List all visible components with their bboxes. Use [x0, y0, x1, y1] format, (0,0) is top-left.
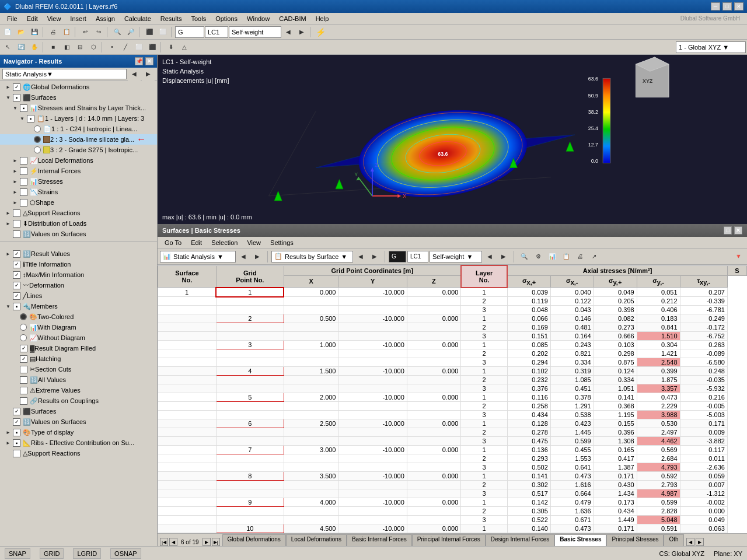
panel-maximize-btn[interactable]: □	[724, 226, 732, 235]
redo-btn[interactable]: ↪	[92, 26, 105, 38]
view3d-btn[interactable]: ⬛	[143, 26, 156, 38]
tab-scroll-left[interactable]: ◀	[686, 538, 694, 546]
cb-result-filled[interactable]	[20, 345, 27, 352]
nav-item-ribs[interactable]: ► 📐 Ribs - Effective Contribution on Su.…	[0, 438, 157, 448]
lc-type-combo[interactable]: G	[175, 26, 204, 38]
cb-ribs[interactable]	[13, 439, 20, 447]
menu-window[interactable]: Window	[242, 14, 274, 23]
coord-combo[interactable]: 1 - Global XYZ ▼	[676, 41, 746, 53]
tab-next-btn[interactable]: ▶	[203, 538, 211, 546]
cb-values-surf[interactable]	[13, 230, 20, 238]
tab-principal-stresses[interactable]: Principal Stresses	[606, 534, 664, 546]
menu-cad-bim[interactable]: CAD-BIM	[274, 14, 310, 23]
menu-options[interactable]: Options	[211, 14, 242, 23]
print2-btn[interactable]: 📋	[60, 26, 73, 38]
nav-item-result-filled[interactable]: ▓ Result Diagram Filled	[0, 343, 157, 354]
exp-result-values[interactable]: ►	[5, 250, 12, 257]
top-view[interactable]: ⊟	[74, 41, 86, 54]
panel-icon4[interactable]: 📋	[560, 250, 573, 263]
radio-l3c3[interactable]	[34, 146, 41, 153]
exp-members[interactable]: ▼	[5, 303, 12, 310]
node-btn[interactable]: •	[106, 41, 118, 54]
nav-item-extreme-values[interactable]: ⚠ Extreme Values	[0, 385, 157, 396]
render-btn[interactable]: ⬜	[156, 26, 169, 38]
panel-analysis-combo[interactable]: 📊 Static Analysis ▼	[160, 251, 236, 262]
menu-help[interactable]: Help	[311, 14, 334, 23]
nav-item-surfaces[interactable]: ▼ ⬛ Surfaces	[0, 92, 157, 103]
load-btn[interactable]: ⬇	[165, 41, 177, 54]
panel-next-btn[interactable]: ▶	[251, 250, 264, 263]
panel-icon6[interactable]: ↗	[588, 250, 601, 263]
nav-item-members[interactable]: ▼ 🔩 Members	[0, 301, 157, 312]
grid-btn[interactable]: GRID	[40, 548, 64, 559]
nav-item-surfaces2[interactable]: ⬛ Surfaces	[0, 406, 157, 416]
panel-icon5[interactable]: 🖨	[574, 250, 587, 263]
exp-dist-loads[interactable]: ►	[5, 220, 12, 227]
cb-lines[interactable]	[13, 292, 20, 300]
nav-item-global-def[interactable]: ► 🌐 Global Deformations	[0, 82, 157, 92]
new-btn[interactable]: 📄	[1, 26, 14, 38]
radio-l2c2[interactable]	[34, 136, 41, 143]
nav-next-btn[interactable]: ▶	[142, 68, 155, 80]
menu-results[interactable]: Results	[156, 14, 187, 23]
panel-menu-settings[interactable]: Settings	[266, 238, 298, 247]
exp-shape[interactable]: ►	[12, 199, 19, 206]
cb-shape[interactable]	[20, 199, 27, 206]
surf-btn[interactable]: ⬜	[132, 41, 145, 54]
front-view[interactable]: ■	[47, 41, 60, 54]
cb-stresses2[interactable]	[20, 178, 27, 186]
tab-prev-btn[interactable]: ◀	[169, 538, 177, 546]
nav-item-lines[interactable]: ╱ Lines	[0, 290, 157, 301]
cb-strains[interactable]	[20, 188, 27, 196]
radio-two-colored[interactable]	[20, 313, 27, 320]
nav-item-l3c3[interactable]: ► 3 : 2 - Grade S275 | Isotropic...	[0, 145, 157, 155]
panel-menu-edit[interactable]: Edit	[186, 238, 207, 247]
nav-item-strains[interactable]: ► 📉 Strains	[0, 187, 157, 197]
cb-support-react[interactable]	[13, 209, 20, 217]
restore-button[interactable]: □	[722, 2, 732, 10]
close-button[interactable]: ✕	[734, 2, 743, 10]
tab-local-def[interactable]: Local Deformations	[286, 534, 347, 546]
nav-item-dist-loads[interactable]: ► ⬇ Distribution of Loads	[0, 218, 157, 229]
nav-item-section-cuts[interactable]: ✂ Section Cuts	[0, 364, 157, 374]
cb-global-def[interactable]	[13, 83, 20, 91]
menu-assign[interactable]: Assign	[91, 14, 120, 23]
nav-item-maxmin[interactable]: ↕ Max/Min Information	[0, 270, 157, 280]
cb-values-on-surf[interactable]	[13, 418, 20, 426]
panel-lc-next[interactable]: ▶	[497, 250, 510, 263]
data-table-container[interactable]: SurfaceNo. GridPoint No. Grid Point Coor…	[158, 265, 747, 533]
tab-first-btn[interactable]: |◀	[160, 538, 168, 546]
expander-layer1[interactable]: ▼	[19, 115, 26, 122]
nav-item-result-values[interactable]: ► 🔢 Result Values	[0, 249, 157, 259]
nav-item-shape[interactable]: ► ⬠ Shape	[0, 197, 157, 208]
cb-title-info[interactable]	[13, 261, 20, 268]
tab-global-def[interactable]: Global Deformations	[222, 534, 286, 546]
cb-deformation[interactable]	[13, 282, 20, 289]
line-btn[interactable]: ╱	[119, 41, 132, 54]
cb-members[interactable]	[13, 303, 20, 310]
panel-menu-goto[interactable]: Go To	[160, 238, 186, 247]
cb-support-react2[interactable]	[13, 450, 20, 457]
nav-item-type-display[interactable]: ► 🎨 Type of display	[0, 427, 157, 438]
lc-id-combo[interactable]: LC1	[205, 26, 228, 38]
panel-close-btn[interactable]: ✕	[734, 226, 742, 235]
menu-file[interactable]: File	[2, 14, 22, 23]
tab-basic-stresses[interactable]: Basic Stresses	[554, 534, 606, 546]
menu-tools[interactable]: Tools	[186, 14, 211, 23]
nav-item-support-react2[interactable]: △ Support Reactions	[0, 448, 157, 459]
exp-strains[interactable]: ►	[12, 188, 19, 195]
cb-results-couplings[interactable]	[20, 397, 27, 405]
run-btn[interactable]: ⚡	[314, 26, 327, 38]
minimize-button[interactable]: ─	[711, 2, 720, 10]
panel-icon2[interactable]: ⚙	[532, 250, 544, 263]
lc-val-combo[interactable]: Self-weight ▼	[430, 251, 482, 262]
tab-other[interactable]: Oth	[664, 534, 683, 546]
nav-item-title-info[interactable]: ℹ Title Information	[0, 259, 157, 270]
select-btn[interactable]: ↖	[1, 41, 14, 54]
radio-without-diagram[interactable]	[20, 334, 27, 341]
nav-item-hatching[interactable]: ▤ Hatching	[0, 354, 157, 364]
cb-layer1[interactable]	[27, 115, 34, 123]
nav-item-stresses2[interactable]: ► 📊 Stresses	[0, 176, 157, 187]
tab-last-btn[interactable]: ▶|	[212, 538, 220, 546]
cb-type-display[interactable]	[13, 429, 20, 436]
